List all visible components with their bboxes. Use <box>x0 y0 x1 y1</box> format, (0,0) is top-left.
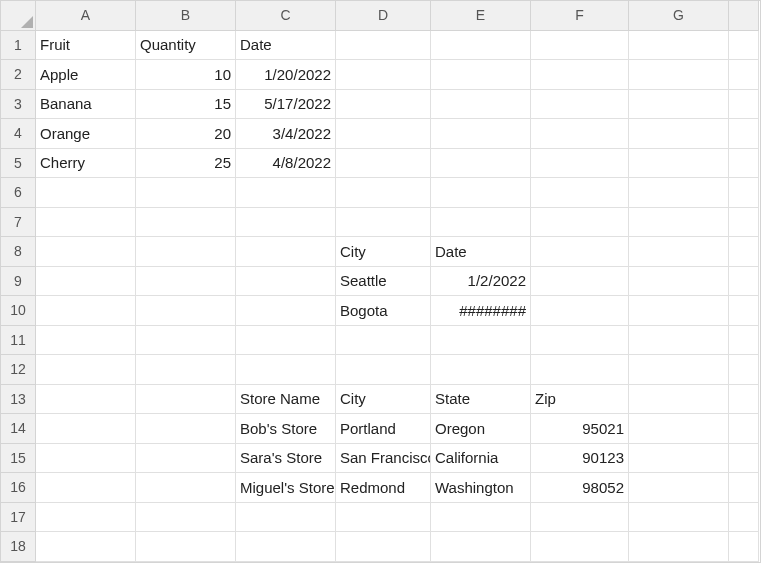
cell-G5[interactable] <box>629 149 729 179</box>
cell-C18[interactable] <box>236 532 336 562</box>
col-header-E[interactable]: E <box>431 1 531 31</box>
cell-A2[interactable]: Apple <box>36 60 136 90</box>
row-header-13[interactable]: 13 <box>1 385 36 415</box>
cell-F6[interactable] <box>531 178 629 208</box>
row-header-11[interactable]: 11 <box>1 326 36 356</box>
cell-B14[interactable] <box>136 414 236 444</box>
cell-F17[interactable] <box>531 503 629 533</box>
cell-F3[interactable] <box>531 90 629 120</box>
cell-extra-10[interactable] <box>729 296 759 326</box>
cell-G3[interactable] <box>629 90 729 120</box>
cell-F12[interactable] <box>531 355 629 385</box>
cell-D14[interactable]: Portland <box>336 414 431 444</box>
cell-A13[interactable] <box>36 385 136 415</box>
cell-B4[interactable]: 20 <box>136 119 236 149</box>
cell-E13[interactable]: State <box>431 385 531 415</box>
cell-B5[interactable]: 25 <box>136 149 236 179</box>
cell-E3[interactable] <box>431 90 531 120</box>
cell-F16[interactable]: 98052 <box>531 473 629 503</box>
cell-extra-6[interactable] <box>729 178 759 208</box>
cell-E17[interactable] <box>431 503 531 533</box>
cell-G13[interactable] <box>629 385 729 415</box>
row-header-4[interactable]: 4 <box>1 119 36 149</box>
cell-D11[interactable] <box>336 326 431 356</box>
cell-C10[interactable] <box>236 296 336 326</box>
cell-C13[interactable]: Store Name <box>236 385 336 415</box>
cell-A11[interactable] <box>36 326 136 356</box>
row-header-14[interactable]: 14 <box>1 414 36 444</box>
cell-C14[interactable]: Bob's Store <box>236 414 336 444</box>
cell-B15[interactable] <box>136 444 236 474</box>
cell-F13[interactable]: Zip <box>531 385 629 415</box>
cell-A3[interactable]: Banana <box>36 90 136 120</box>
cell-C12[interactable] <box>236 355 336 385</box>
cell-B7[interactable] <box>136 208 236 238</box>
cell-D16[interactable]: Redmond <box>336 473 431 503</box>
cell-F2[interactable] <box>531 60 629 90</box>
cell-D10[interactable]: Bogota <box>336 296 431 326</box>
row-header-3[interactable]: 3 <box>1 90 36 120</box>
cell-G14[interactable] <box>629 414 729 444</box>
cell-extra-3[interactable] <box>729 90 759 120</box>
cell-C11[interactable] <box>236 326 336 356</box>
cell-C5[interactable]: 4/8/2022 <box>236 149 336 179</box>
cell-A8[interactable] <box>36 237 136 267</box>
cell-A7[interactable] <box>36 208 136 238</box>
cell-extra-14[interactable] <box>729 414 759 444</box>
cell-extra-1[interactable] <box>729 31 759 61</box>
cell-B3[interactable]: 15 <box>136 90 236 120</box>
cell-G6[interactable] <box>629 178 729 208</box>
cell-D1[interactable] <box>336 31 431 61</box>
row-header-12[interactable]: 12 <box>1 355 36 385</box>
cell-C3[interactable]: 5/17/2022 <box>236 90 336 120</box>
cell-B11[interactable] <box>136 326 236 356</box>
cell-F5[interactable] <box>531 149 629 179</box>
cell-extra-18[interactable] <box>729 532 759 562</box>
cell-extra-16[interactable] <box>729 473 759 503</box>
cell-B10[interactable] <box>136 296 236 326</box>
col-header-extra[interactable] <box>729 1 759 31</box>
cell-G9[interactable] <box>629 267 729 297</box>
cell-A16[interactable] <box>36 473 136 503</box>
cell-G1[interactable] <box>629 31 729 61</box>
cell-D18[interactable] <box>336 532 431 562</box>
cell-extra-15[interactable] <box>729 444 759 474</box>
cell-F15[interactable]: 90123 <box>531 444 629 474</box>
row-header-7[interactable]: 7 <box>1 208 36 238</box>
cell-D15[interactable]: San Francisco <box>336 444 431 474</box>
cell-G2[interactable] <box>629 60 729 90</box>
cell-D3[interactable] <box>336 90 431 120</box>
select-all-corner[interactable] <box>1 1 36 31</box>
cell-D6[interactable] <box>336 178 431 208</box>
spreadsheet-grid[interactable]: ABCDEFG1FruitQuantityDate2Apple101/20/20… <box>1 1 760 562</box>
cell-extra-11[interactable] <box>729 326 759 356</box>
cell-D2[interactable] <box>336 60 431 90</box>
cell-A1[interactable]: Fruit <box>36 31 136 61</box>
cell-extra-8[interactable] <box>729 237 759 267</box>
cell-D9[interactable]: Seattle <box>336 267 431 297</box>
cell-extra-17[interactable] <box>729 503 759 533</box>
row-header-10[interactable]: 10 <box>1 296 36 326</box>
cell-E14[interactable]: Oregon <box>431 414 531 444</box>
cell-A4[interactable]: Orange <box>36 119 136 149</box>
cell-E7[interactable] <box>431 208 531 238</box>
row-header-15[interactable]: 15 <box>1 444 36 474</box>
cell-extra-9[interactable] <box>729 267 759 297</box>
cell-G18[interactable] <box>629 532 729 562</box>
cell-D7[interactable] <box>336 208 431 238</box>
cell-F18[interactable] <box>531 532 629 562</box>
cell-F4[interactable] <box>531 119 629 149</box>
cell-extra-2[interactable] <box>729 60 759 90</box>
row-header-16[interactable]: 16 <box>1 473 36 503</box>
cell-E6[interactable] <box>431 178 531 208</box>
cell-F14[interactable]: 95021 <box>531 414 629 444</box>
cell-G17[interactable] <box>629 503 729 533</box>
cell-C15[interactable]: Sara's Store <box>236 444 336 474</box>
cell-F11[interactable] <box>531 326 629 356</box>
row-header-1[interactable]: 1 <box>1 31 36 61</box>
cell-E8[interactable]: Date <box>431 237 531 267</box>
cell-C2[interactable]: 1/20/2022 <box>236 60 336 90</box>
row-header-18[interactable]: 18 <box>1 532 36 562</box>
cell-C4[interactable]: 3/4/2022 <box>236 119 336 149</box>
cell-E10[interactable]: ######## <box>431 296 531 326</box>
